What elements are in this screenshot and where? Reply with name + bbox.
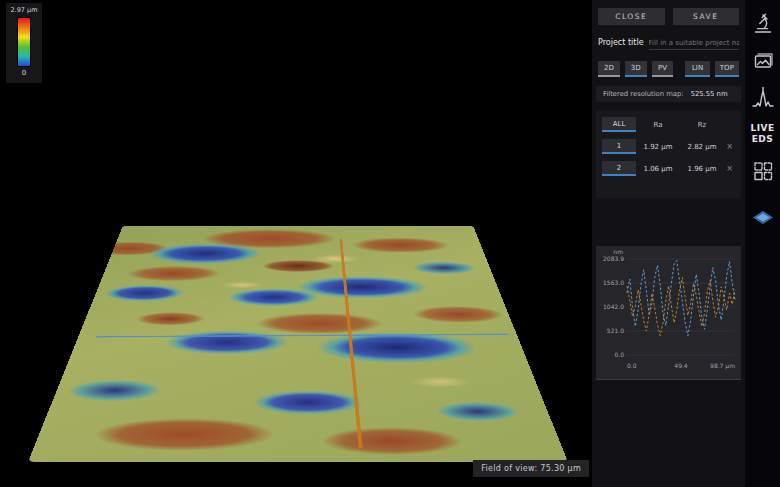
remove-row-button[interactable]: × [724,164,735,173]
surface-wrap [28,226,568,462]
y-tick-label: 1563.0 [603,279,624,286]
action-buttons: CLOSE SAVE [598,8,739,25]
control-sidebar: CLOSE SAVE Project title 2D3DPVLINTOP Fi… [592,0,745,487]
profile-chart: nm2083.91563.01042.0521.00.00.049.498.7 … [596,246,741,380]
measurement-value: 1.06 μm [636,165,680,173]
field-of-view-badge: Field of view: 75.30 μm [473,460,589,477]
icon-rail: LIVE EDS [745,0,780,487]
tab-3d[interactable]: 3D [625,61,647,77]
y-tick-label: 0.0 [614,351,624,358]
close-button[interactable]: CLOSE [598,8,665,25]
view-mode-tabs: 2D3DPVLINTOP [598,61,739,77]
series-profile-1 [627,261,735,336]
measurement-value: 1.96 μm [680,165,724,173]
height-colorbar: 2.97 μm 0 [6,3,42,83]
x-tick-label: 98.7 μm [710,362,735,370]
resolution-value: 525.55 nm [691,90,728,98]
measurement-value: 1.92 μm [636,143,680,151]
measurements-header: ALL Ra Rz [602,117,735,132]
measurement-value: 2.82 μm [680,143,724,151]
tab-top[interactable]: TOP [715,61,739,77]
profile-line-1[interactable] [96,334,509,338]
y-tick-label: 1042.0 [603,303,624,310]
tab-lin[interactable]: LIN [685,61,709,77]
live-eds-label: LIVE EDS [750,123,774,146]
tab-pv[interactable]: PV [652,61,674,77]
remove-row-button[interactable]: × [724,142,735,151]
vendor-logo-icon[interactable] [751,206,775,230]
table-row[interactable]: 11.92 μm2.82 μm× [602,139,735,154]
column-rz: Rz [680,121,724,129]
microscope-icon[interactable] [751,12,775,36]
save-button[interactable]: SAVE [673,8,740,25]
colorbar-gradient [17,17,31,67]
measurements-panel: ALL Ra Rz 11.92 μm2.82 μm×21.06 μm1.96 μ… [596,110,741,198]
series-profile-2 [627,278,735,336]
y-axis-unit: nm [613,248,623,255]
tab-2d[interactable]: 2D [598,61,620,77]
row-select-button-2[interactable]: 2 [602,161,636,176]
profile-line-2[interactable] [339,238,362,447]
surface-topography[interactable] [28,226,568,462]
project-title-input[interactable] [649,37,739,50]
roughness-app: 2.97 μm 0 Field of view: 75.30 μm CLOSE … [0,0,780,487]
select-all-button[interactable]: ALL [602,117,636,132]
measurement-rows: 11.92 μm2.82 μm×21.06 μm1.96 μm× [602,139,735,176]
resolution-label: Filtered resolution map: [603,90,684,98]
y-tick-label: 521.0 [607,327,624,334]
x-tick-label: 0.0 [627,362,637,369]
x-tick-label: 49.4 [674,362,688,369]
element-map-icon[interactable] [751,159,775,183]
image-gallery-icon[interactable] [751,49,775,73]
colorbar-max-label: 2.97 μm [10,6,37,14]
colorbar-min-label: 0 [22,69,26,77]
eds-spectrum-icon[interactable] [751,86,775,110]
resolution-bar: Filtered resolution map: 525.55 nm [596,86,741,102]
3d-viewport[interactable]: 2.97 μm 0 Field of view: 75.30 μm [0,0,592,487]
table-row[interactable]: 21.06 μm1.96 μm× [602,161,735,176]
column-ra: Ra [636,121,680,129]
profile-chart-panel: nm2083.91563.01042.0521.00.00.049.498.7 … [596,246,741,380]
project-title-label: Project title [598,38,644,47]
project-title-row: Project title [598,37,739,50]
row-select-button-1[interactable]: 1 [602,139,636,154]
y-tick-label: 2083.9 [603,255,624,262]
